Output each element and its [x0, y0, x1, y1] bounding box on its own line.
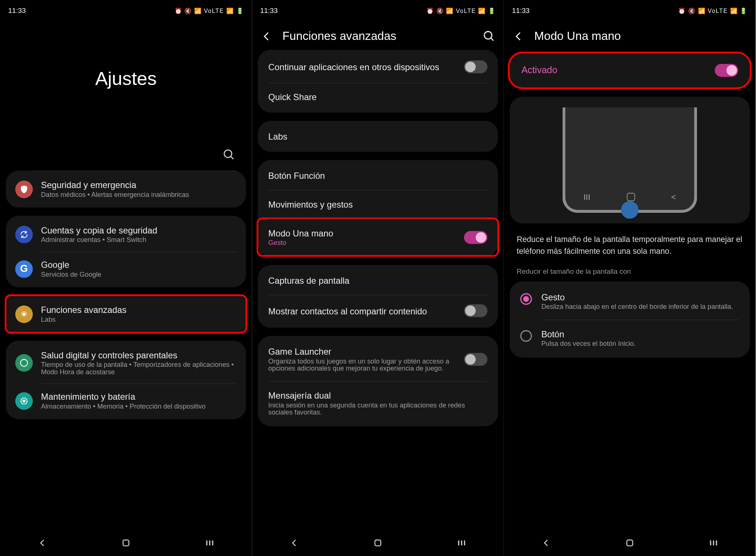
back-icon[interactable] — [260, 30, 273, 42]
svg-point-10 — [484, 31, 492, 39]
settings-group: Labs — [258, 121, 498, 152]
row-sub: Tiempo de uso de la pantalla • Temporiza… — [41, 361, 237, 375]
setting-accent: Gesto — [268, 239, 464, 246]
status-bar: 11:33 ⏰ 🔇 📶 VoLTE 📶 🔋 — [504, 0, 756, 21]
settings-group: Continuar aplicaciones en otros disposit… — [258, 50, 498, 113]
setting-title: Labs — [268, 131, 488, 141]
status-time: 11:33 — [512, 6, 530, 14]
row-salud-digital[interactable]: Salud digital y controles parentales Tie… — [6, 342, 246, 383]
nav-back-icon[interactable] — [540, 537, 552, 549]
toggle[interactable] — [464, 353, 487, 366]
svg-point-3 — [21, 359, 28, 366]
row-google[interactable]: G Google Servicios de Google — [6, 252, 246, 286]
setting-title: Modo Una mano — [268, 228, 464, 238]
toggle[interactable] — [464, 231, 487, 243]
description-text: Reduce el tamaño de la pantalla temporal… — [504, 234, 756, 267]
setting-row[interactable]: Modo Una manoGesto — [258, 219, 498, 256]
nav-back-icon[interactable] — [36, 537, 48, 549]
phone-nav-icons: III < — [565, 192, 694, 202]
nav-home-icon[interactable] — [624, 537, 636, 549]
status-time: 11:33 — [260, 6, 278, 14]
back-icon[interactable] — [512, 30, 525, 42]
gesture-dot — [621, 201, 639, 219]
screen-settings: 11:33 ⏰ 🔇 📶 VoLTE 📶 🔋 Ajustes Seguridad … — [0, 0, 252, 556]
settings-group: Cuentas y copia de seguridad Administrar… — [6, 216, 246, 287]
phone-frame: III < — [563, 107, 697, 213]
nav-home-icon[interactable] — [372, 537, 384, 549]
nav-recents-icon[interactable] — [456, 537, 468, 549]
row-seguridad[interactable]: Seguridad y emergencia Datos médicos • A… — [6, 172, 246, 207]
google-icon: G — [15, 260, 33, 278]
svg-point-5 — [23, 400, 25, 402]
svg-line-11 — [491, 38, 494, 40]
setting-sub: Organiza todos tus juegos en un solo lug… — [268, 358, 464, 372]
gear-icon — [15, 305, 33, 323]
search-icon[interactable] — [223, 149, 236, 161]
header: Funciones avanzadas — [252, 21, 504, 50]
row-funciones-avanzadas[interactable]: Funciones avanzadas Labs — [6, 297, 246, 331]
svg-line-1 — [231, 156, 233, 159]
nav-back-icon[interactable] — [288, 537, 300, 549]
status-time: 11:33 — [8, 6, 26, 14]
svg-rect-6 — [123, 540, 129, 546]
settings-group-highlighted: Funciones avanzadas Labs — [6, 296, 246, 332]
row-mantenimiento[interactable]: Mantenimiento y batería Almacenamiento •… — [6, 383, 246, 418]
setting-row[interactable]: Labs — [258, 122, 498, 151]
row-title: Mantenimiento y batería — [41, 392, 237, 402]
svg-rect-12 — [375, 540, 381, 546]
row-title: Cuentas y copia de seguridad — [41, 225, 237, 235]
header: Modo Una mano — [504, 21, 756, 50]
status-bar: 11:33 ⏰ 🔇 📶 VoLTE 📶 🔋 — [252, 0, 504, 21]
svg-point-0 — [224, 150, 231, 157]
shield-icon — [15, 180, 33, 198]
radio-title: Gesto — [541, 292, 739, 302]
svg-rect-16 — [627, 540, 633, 546]
radio-title: Botón — [541, 329, 739, 339]
activated-row[interactable]: Activado — [510, 53, 750, 87]
toggle[interactable] — [464, 304, 487, 317]
settings-group: Seguridad y emergencia Datos médicos • A… — [6, 171, 246, 208]
setting-row[interactable]: Continuar aplicaciones en otros disposit… — [258, 51, 498, 83]
radio-button[interactable] — [520, 293, 532, 305]
nav-recents-icon[interactable] — [708, 537, 720, 549]
status-bar: 11:33 ⏰ 🔇 📶 VoLTE 📶 🔋 — [0, 0, 252, 21]
row-sub: Servicios de Google — [41, 271, 237, 278]
setting-row[interactable]: Capturas de pantalla — [258, 266, 498, 295]
nav-home-icon[interactable] — [120, 537, 132, 549]
setting-sub: Inicia sesión en una segunda cuenta en t… — [268, 402, 488, 416]
radio-sub: Pulsa dos veces el botón Inicio. — [541, 340, 739, 347]
radio-sub: Desliza hacia abajo en el centro del bor… — [541, 303, 739, 310]
row-cuentas[interactable]: Cuentas y copia de seguridad Administrar… — [6, 217, 246, 252]
activated-toggle[interactable] — [715, 64, 738, 77]
setting-row[interactable]: Mensajería dualInicia sesión en una segu… — [258, 381, 498, 425]
activated-label: Activado — [521, 65, 715, 76]
radio-boton[interactable]: Botón Pulsa dos veces el botón Inicio. — [510, 320, 750, 357]
row-title: Funciones avanzadas — [41, 305, 237, 315]
settings-group: Game LauncherOrganiza todos tus juegos e… — [258, 336, 498, 426]
toggle[interactable] — [464, 60, 487, 73]
search-icon[interactable] — [483, 30, 496, 42]
preview-illustration: III < — [510, 97, 750, 224]
setting-title: Continuar aplicaciones en otros disposit… — [268, 62, 464, 72]
setting-row[interactable]: Movimientos y gestos — [258, 190, 498, 219]
row-sub: Datos médicos • Alertas emergencia inalá… — [41, 191, 237, 198]
status-icons: ⏰ 🔇 📶 VoLTE 📶 🔋 — [426, 7, 496, 14]
screen-advanced: 11:33 ⏰ 🔇 📶 VoLTE 📶 🔋 Funciones avanzada… — [252, 0, 504, 556]
status-icons: ⏰ 🔇 📶 VoLTE 📶 🔋 — [175, 7, 244, 14]
row-sub: Labs — [41, 316, 237, 323]
row-title: Salud digital y controles parentales — [41, 350, 237, 360]
nav-recents-icon[interactable] — [204, 537, 216, 549]
row-sub: Administrar cuentas • Smart Switch — [41, 236, 237, 243]
setting-row[interactable]: Botón Función — [258, 161, 498, 190]
setting-row[interactable]: Mostrar contactos al compartir contenido — [258, 295, 498, 327]
setting-row[interactable]: Game LauncherOrganiza todos tus juegos e… — [258, 337, 498, 381]
row-title: Seguridad y emergencia — [41, 180, 237, 190]
wellbeing-icon — [15, 354, 33, 372]
nav-bar — [504, 529, 756, 556]
radio-gesto[interactable]: Gesto Desliza hacia abajo en el centro d… — [510, 283, 750, 320]
nav-bar — [0, 529, 252, 556]
status-icons: ⏰ 🔇 📶 VoLTE 📶 🔋 — [678, 7, 748, 14]
setting-row[interactable]: Quick Share — [258, 83, 498, 112]
radio-button[interactable] — [520, 330, 532, 342]
section-title: Reducir el tamaño de la pantalla con — [504, 267, 756, 282]
